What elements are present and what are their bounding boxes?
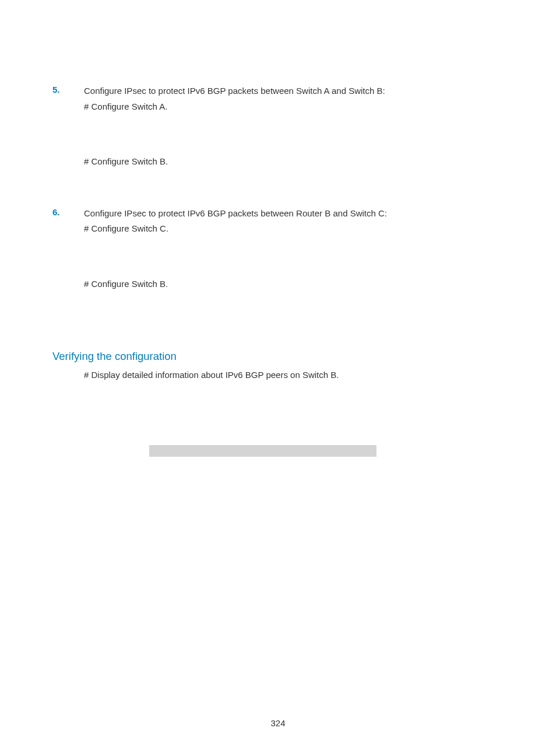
list-number-6: 6.	[52, 207, 84, 238]
section-5-config-a: # Configure Switch A.	[84, 100, 504, 114]
section-6-config-b: # Configure Switch B.	[84, 278, 504, 291]
verifying-heading: Verifying the configuration	[52, 350, 504, 363]
page-number: 324	[0, 718, 556, 728]
section-6-config-c: # Configure Switch C.	[84, 222, 504, 236]
list-number-5: 5.	[52, 85, 84, 116]
verifying-body: # Display detailed information about IPv…	[84, 370, 504, 380]
section-6-title: Configure IPsec to protect IPv6 BGP pack…	[84, 207, 504, 220]
highlighted-region	[149, 445, 376, 457]
section-5-config-b: # Configure Switch B.	[84, 155, 504, 169]
section-5-title: Configure IPsec to protect IPv6 BGP pack…	[84, 85, 504, 98]
